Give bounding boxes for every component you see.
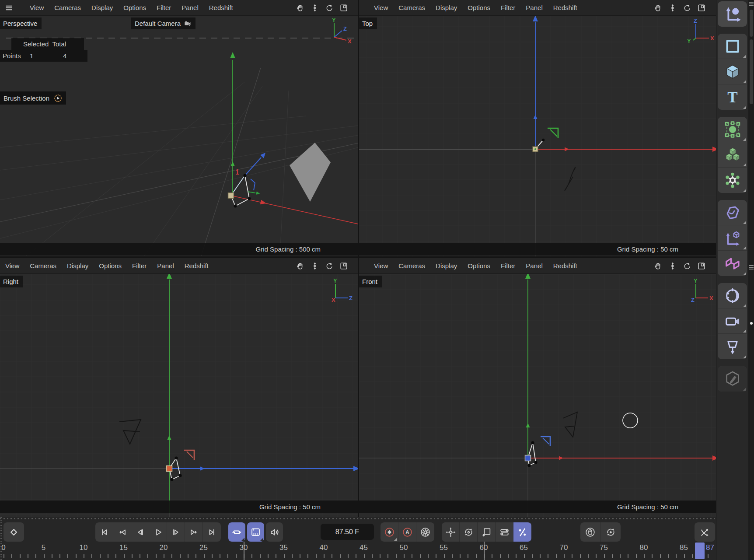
menu-item-view[interactable]: View [374, 262, 388, 270]
menu-item-panel[interactable]: Panel [526, 4, 542, 11]
rotate-icon[interactable] [682, 3, 692, 13]
ruler-frame-number[interactable]: 50 [400, 543, 408, 552]
key-rotation-button[interactable] [460, 522, 478, 542]
menu-item-redshift[interactable]: Redshift [209, 4, 233, 11]
loop-playback-button[interactable] [228, 522, 245, 542]
menu-item-cameras[interactable]: Cameras [30, 262, 56, 270]
menu-item-display[interactable]: Display [91, 4, 113, 11]
menu-item-panel[interactable]: Panel [157, 262, 174, 270]
menu-item-display[interactable]: Display [436, 4, 457, 11]
menu-item-filter[interactable]: Filter [501, 4, 515, 11]
polygon-point[interactable] [531, 441, 534, 444]
pan-icon[interactable] [296, 261, 305, 271]
polygon-point[interactable] [170, 478, 173, 481]
annotate-tool[interactable] [718, 366, 747, 392]
key-scale-button[interactable] [478, 522, 496, 542]
menu-item-view[interactable]: View [30, 4, 44, 11]
ruler-frame-number[interactable]: 20 [160, 543, 168, 552]
pan-icon[interactable] [653, 261, 663, 271]
menu-item-filter[interactable]: Filter [501, 262, 515, 270]
menu-item-filter[interactable]: Filter [157, 4, 171, 11]
menu-item-redshift[interactable]: Redshift [185, 262, 209, 270]
ruler-frame-number[interactable]: 65 [520, 543, 528, 552]
menu-item-display[interactable]: Display [67, 262, 88, 270]
ruler-frame-number[interactable]: 55 [440, 543, 448, 552]
subdivision-surface-tool[interactable] [718, 117, 747, 142]
autokey-button[interactable]: A [398, 522, 416, 542]
menu-item-cameras[interactable]: Cameras [398, 262, 425, 270]
ruler-frame-number[interactable]: 0 [1, 543, 5, 552]
cycle-keyframe-button[interactable] [600, 522, 621, 542]
ruler-frame-number[interactable]: 35 [279, 543, 288, 552]
polygon-point[interactable] [234, 204, 237, 207]
maximize-icon[interactable] [697, 3, 706, 13]
timeline-playhead[interactable] [695, 542, 705, 559]
pan-icon[interactable] [653, 3, 663, 13]
axis-gizmo[interactable]: Y Z X [325, 17, 355, 48]
maximize-icon[interactable] [697, 261, 706, 271]
sound-button[interactable] [266, 522, 283, 542]
panel-handle[interactable] [750, 39, 753, 104]
move-tool[interactable] [718, 1, 747, 27]
polygon-point[interactable] [178, 474, 182, 477]
maximize-icon[interactable] [339, 3, 349, 13]
play-forward-button[interactable] [149, 522, 167, 542]
go-to-start-button[interactable] [95, 522, 113, 542]
axis-gizmo[interactable]: Y X Z [686, 278, 716, 308]
menu-item-display[interactable]: Display [436, 262, 457, 270]
active-tool-indicator[interactable]: Brush Selection [0, 91, 66, 105]
rotation-band-z[interactable] [251, 179, 255, 190]
dolly-icon[interactable] [310, 261, 320, 271]
viewport-name-label[interactable]: Perspective [0, 18, 42, 29]
menu-item-redshift[interactable]: Redshift [553, 4, 577, 11]
stage-tool[interactable] [718, 334, 747, 359]
ruler-frame-number[interactable]: 85 [680, 543, 688, 552]
panel-handle[interactable] [750, 10, 753, 37]
volume-tool[interactable] [718, 283, 747, 308]
timeline-left-handle[interactable] [0, 517, 2, 560]
pan-icon[interactable] [296, 3, 305, 13]
key-parameter-button[interactable] [496, 522, 513, 542]
menu-item-cameras[interactable]: Cameras [54, 4, 81, 11]
preview-range-button[interactable] [247, 522, 264, 542]
menu-item-panel[interactable]: Panel [526, 262, 542, 270]
primitive-cube-tool[interactable] [718, 59, 747, 84]
previous-frame-button[interactable] [131, 522, 149, 542]
ruler-frame-number[interactable]: 15 [119, 543, 128, 552]
main-menu-icon[interactable] [3, 4, 15, 12]
menu-item-filter[interactable]: Filter [132, 262, 147, 270]
timeline-separator[interactable] [0, 518, 716, 519]
menu-item-options[interactable]: Options [468, 262, 490, 270]
camera-selector[interactable]: Default Camera [131, 18, 195, 29]
rotate-icon[interactable] [325, 3, 334, 13]
panel-menu-icon[interactable] [749, 265, 754, 270]
deformer-bend-tool[interactable] [718, 200, 747, 225]
xpresso-tool[interactable] [718, 251, 747, 276]
previous-key-button[interactable] [113, 522, 131, 542]
text-tool[interactable]: T [718, 84, 747, 110]
ruler-frame-number[interactable]: 25 [199, 543, 208, 552]
ruler-frame-number[interactable]: 70 [560, 543, 568, 552]
menu-item-view[interactable]: View [374, 4, 388, 11]
polygon-point[interactable] [527, 464, 531, 467]
polygon-point[interactable] [534, 461, 537, 464]
viewport-name-label[interactable]: Top [359, 18, 377, 29]
simulation-tool[interactable] [718, 168, 747, 193]
rotate-icon[interactable] [325, 261, 334, 271]
key-pla-button[interactable] [513, 522, 531, 542]
key-position-button[interactable] [442, 522, 460, 542]
viewport-name-label[interactable]: Right [0, 276, 23, 287]
selected-point-handle[interactable] [167, 466, 172, 472]
top-view[interactable]: Top Z X Y Grid Spacing : 50 cm [359, 16, 716, 256]
object-origin-handle[interactable] [228, 193, 234, 199]
spline-object[interactable] [563, 412, 577, 437]
current-frame-field[interactable]: 87.50 F [321, 524, 374, 540]
dolly-icon[interactable] [668, 261, 677, 271]
maximize-icon[interactable] [339, 261, 349, 271]
instance-axis-tool[interactable] [718, 225, 747, 251]
selected-polygon-face[interactable] [290, 143, 331, 202]
ruler-frame-number[interactable]: 80 [640, 543, 648, 552]
polygon-point[interactable] [248, 197, 251, 200]
ruler-frame-number[interactable]: 45 [360, 543, 368, 552]
object-origin-handle[interactable] [525, 455, 531, 461]
